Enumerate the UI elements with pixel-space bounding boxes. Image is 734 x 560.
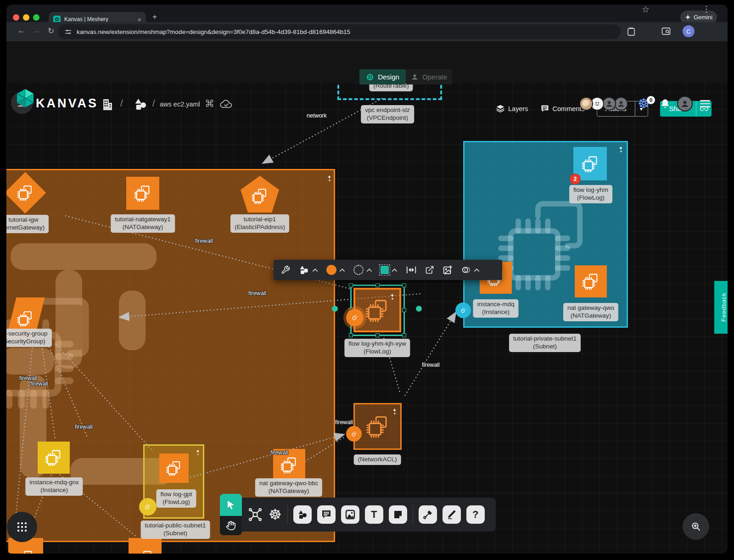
app-menu-icon[interactable] <box>700 98 710 109</box>
collaborator-avatar[interactable] <box>614 97 628 111</box>
private-subnet-label: tutorial-private-subnet1(Subnet) <box>509 334 581 352</box>
layers-icon <box>496 104 505 113</box>
add-image-icon[interactable] <box>443 265 453 275</box>
nat-gateway1-node[interactable] <box>126 177 159 210</box>
new-tab-button[interactable]: + <box>152 12 157 22</box>
collaborator-avatar[interactable] <box>579 97 593 111</box>
resize-handle[interactable] <box>349 333 353 337</box>
resize-handle[interactable] <box>402 333 406 337</box>
instance-gnx-node[interactable] <box>38 442 70 474</box>
browser-profile-avatar[interactable]: C <box>683 25 695 37</box>
component-tool-icon[interactable] <box>247 507 263 522</box>
address-bar[interactable]: kanvas.new/extension/meshmap?mode=design… <box>58 24 621 39</box>
resize-handle[interactable] <box>402 308 406 312</box>
keyboard-shortcut-icon[interactable]: ⌘ <box>205 98 214 109</box>
comment-tool[interactable] <box>317 505 336 524</box>
widgets-grid-button[interactable] <box>7 512 37 542</box>
partial-node[interactable] <box>129 538 162 560</box>
cloud-sync-icon[interactable] <box>219 98 233 110</box>
tab-operate[interactable]: Operate <box>406 69 452 84</box>
note-tool[interactable] <box>389 505 407 524</box>
connection-badge[interactable] <box>346 309 364 326</box>
url-text[interactable]: kanvas.new/extension/meshmap?mode=design… <box>77 28 350 35</box>
zoom-button[interactable] <box>683 513 709 540</box>
edge-label-firewall: firewall <box>248 290 266 297</box>
gemini-label: Gemini <box>694 14 712 21</box>
side-panel-icon[interactable] <box>661 27 671 36</box>
toolbar-divider <box>413 504 413 525</box>
network-acl-node[interactable] <box>353 403 402 450</box>
browser-menu-icon[interactable]: ⋮ <box>702 4 711 14</box>
design-mode-icon <box>366 73 374 81</box>
window-close-button[interactable] <box>13 14 19 21</box>
collaborator-avatar[interactable] <box>602 97 616 111</box>
reload-button[interactable]: ↻ <box>48 26 54 36</box>
tool-dock: ☸ T <box>242 498 496 532</box>
tab-design[interactable]: Design <box>359 69 406 84</box>
draw-tool[interactable] <box>443 505 461 524</box>
wrench-icon[interactable] <box>281 265 290 274</box>
hand-icon <box>226 521 236 531</box>
vpc-endpoint-label: vpc endpoint-slz(VPCEndpoint) <box>361 105 414 123</box>
border-style-picker[interactable] <box>353 265 372 275</box>
designs-icon[interactable] <box>133 97 148 112</box>
window-zoom-button[interactable] <box>33 14 39 21</box>
resize-handle[interactable] <box>375 333 380 337</box>
flow-log-yhm-label: flow log-yhm(FlowLog) <box>569 185 612 203</box>
nat-gateway-qwo-node[interactable] <box>575 265 607 297</box>
kubernetes-tool-icon[interactable]: ☸ <box>269 507 282 522</box>
open-external-icon[interactable] <box>425 265 434 274</box>
edge-label-firewall: firewall <box>422 362 440 368</box>
elastic-ip-label: tutorial-eip1(ElasticIPAddress) <box>230 214 289 233</box>
design-file-name[interactable]: aws ec2.yaml <box>160 101 200 108</box>
feedback-tab[interactable]: Feedback <box>714 281 733 334</box>
kanvas-logo-icon[interactable] <box>17 89 34 108</box>
forward-button[interactable]: → <box>33 26 40 35</box>
window-minimize-button[interactable] <box>23 14 29 21</box>
edge-anchor-dot[interactable] <box>416 306 422 312</box>
resize-handle[interactable] <box>349 283 353 287</box>
flow-log-kjh-node[interactable] <box>353 288 401 332</box>
save-page-icon[interactable] <box>627 27 635 36</box>
merge-circles-picker[interactable] <box>461 265 480 274</box>
site-controls-icon[interactable] <box>64 28 72 36</box>
nat-gateway-qwo-label: nat gateway-qwo(NATGateway) <box>563 303 618 321</box>
shapes-tool[interactable] <box>293 505 312 524</box>
resize-handle[interactable] <box>375 283 380 287</box>
edge-label-firewall: firewall <box>270 449 288 456</box>
connection-badge[interactable] <box>455 302 471 318</box>
logo-text[interactable]: KANVAS <box>36 96 98 111</box>
layers-button[interactable]: Layers <box>496 104 528 113</box>
flow-log-kjh-label: flow log-yhm-kjh-xyw(FlowLog) <box>344 339 410 357</box>
connection-badge[interactable] <box>346 426 362 442</box>
resize-width-icon[interactable] <box>406 265 417 274</box>
gemini-sparkle-icon <box>685 14 691 20</box>
screenshot-stage: network firewall firewall firewall firew… <box>0 0 734 560</box>
organization-icon[interactable] <box>101 97 113 111</box>
connection-badge[interactable] <box>139 498 157 515</box>
help-tool[interactable]: ? <box>466 505 485 524</box>
notification-count-badge[interactable]: 2 <box>570 174 581 185</box>
node-context-toolbar[interactable] <box>274 260 502 280</box>
operate-label: Operate <box>422 73 447 81</box>
flow-log-gpt-node[interactable] <box>159 454 189 483</box>
comments-button[interactable]: Comments <box>540 104 585 113</box>
image-tool[interactable] <box>341 505 359 524</box>
operate-mode-icon <box>411 73 419 81</box>
bookmark-star-icon[interactable]: ☆ <box>642 4 650 15</box>
pan-tool[interactable] <box>220 516 242 535</box>
edge-tool[interactable] <box>419 505 437 524</box>
tab-title: Kanvas | Meshery <box>64 16 134 22</box>
resize-handle[interactable] <box>402 283 406 287</box>
notifications-bell-icon[interactable] <box>659 97 671 110</box>
fill-color-picker[interactable] <box>326 265 345 275</box>
selection-style-picker[interactable] <box>381 266 398 274</box>
select-tool[interactable] <box>220 494 242 516</box>
user-avatar[interactable] <box>677 96 693 112</box>
image-icon <box>345 509 356 520</box>
edge-label-firewall: firewall <box>30 381 48 387</box>
edge-anchor-dot[interactable] <box>332 306 338 312</box>
back-button[interactable]: ← <box>17 26 25 35</box>
shape-picker[interactable] <box>298 264 318 275</box>
text-tool[interactable]: T <box>365 505 383 524</box>
